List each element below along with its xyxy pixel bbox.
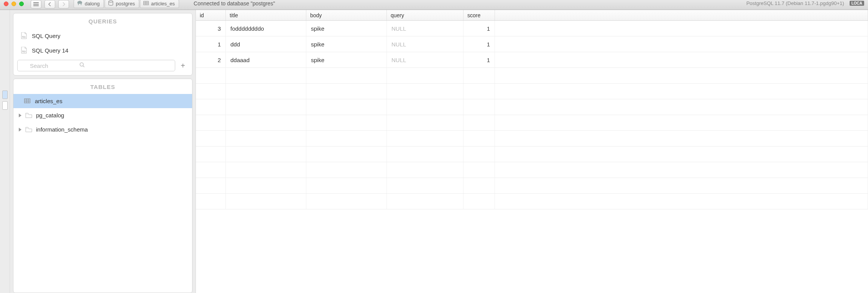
- cell[interactable]: 1: [464, 36, 495, 52]
- column-header[interactable]: id: [196, 10, 226, 20]
- breadcrumb-item[interactable]: articles_es: [140, 0, 179, 8]
- cell-empty: [464, 146, 495, 162]
- cell-empty: [226, 84, 306, 99]
- cell[interactable]: NULL: [387, 21, 464, 36]
- window-controls: [4, 2, 24, 6]
- cell-empty: [196, 84, 226, 99]
- cell-empty: [495, 115, 868, 130]
- cell-empty: [495, 146, 868, 162]
- breadcrumb-label: dalong: [85, 1, 100, 7]
- disclosure-triangle-icon[interactable]: [19, 128, 21, 132]
- chevron-left-icon: [48, 2, 52, 6]
- tables-item[interactable]: articles_es: [13, 94, 192, 108]
- tables-item[interactable]: pg_catalog: [13, 108, 192, 122]
- cell[interactable]: NULL: [387, 52, 464, 67]
- cell[interactable]: 1: [196, 36, 226, 52]
- cell-spacer: [495, 36, 868, 52]
- column-header[interactable]: title: [226, 10, 306, 20]
- table-row[interactable]: 3foddddddddospikeNULL1: [196, 21, 868, 36]
- table-row-empty: [196, 178, 868, 194]
- cell-empty: [495, 131, 868, 146]
- nav-forward-button[interactable]: [58, 0, 69, 8]
- queries-search-input[interactable]: [17, 60, 175, 71]
- minimize-window-button[interactable]: [12, 2, 16, 6]
- cell-empty: [387, 162, 464, 178]
- cell[interactable]: 2: [196, 52, 226, 67]
- table-row-empty: [196, 68, 868, 84]
- cell[interactable]: NULL: [387, 36, 464, 52]
- cell-empty: [306, 178, 387, 193]
- cell-empty: [495, 162, 868, 178]
- grid-body: 3foddddddddospikeNULL11dddspikeNULL12dda…: [196, 21, 868, 293]
- tables-item[interactable]: information_schema: [13, 122, 192, 137]
- cell-empty: [196, 178, 226, 193]
- table-label: pg_catalog: [36, 112, 64, 119]
- cell[interactable]: ddaaad: [226, 52, 306, 67]
- svg-line-12: [83, 66, 85, 67]
- table-row[interactable]: 2ddaaadspikeNULL1: [196, 52, 868, 68]
- cell[interactable]: spike: [306, 21, 387, 36]
- sql-file-icon: SQL: [20, 32, 27, 40]
- table-row-empty: [196, 84, 868, 99]
- breadcrumb-item[interactable]: dalong: [74, 0, 104, 8]
- cell[interactable]: spike: [306, 36, 387, 52]
- toolbar: dalongpostgresarticles_es Connected to d…: [0, 0, 868, 10]
- svg-rect-0: [33, 2, 39, 3]
- cell[interactable]: foddddddddo: [226, 21, 306, 36]
- sql-file-icon: SQL: [20, 46, 27, 54]
- cell[interactable]: spike: [306, 52, 387, 67]
- table-row-empty: [196, 115, 868, 131]
- cell-empty: [387, 194, 464, 209]
- tables-panel: TABLES articles_espg_cataloginformation_…: [13, 79, 192, 293]
- sidebar-toggle-button[interactable]: [31, 0, 41, 8]
- cell-empty: [306, 68, 387, 83]
- search-icon: [79, 62, 85, 69]
- connection-status: Connected to database "postgres": [194, 0, 275, 7]
- cell[interactable]: 1: [464, 21, 495, 36]
- queries-item[interactable]: SQLSQL Query 14: [13, 43, 192, 58]
- gutter-tab-inactive[interactable]: [2, 101, 8, 110]
- cell[interactable]: ddd: [226, 36, 306, 52]
- cell-empty: [464, 115, 495, 130]
- local-badge: LOCA: [850, 1, 864, 6]
- svg-point-11: [80, 63, 84, 66]
- table-row-empty: [196, 194, 868, 209]
- cell-empty: [196, 131, 226, 146]
- cell[interactable]: 1: [464, 52, 495, 67]
- close-window-button[interactable]: [4, 2, 8, 6]
- cell-empty: [226, 115, 306, 130]
- breadcrumb-label: postgres: [116, 1, 135, 7]
- queries-item[interactable]: SQLSQL Query: [13, 28, 192, 43]
- breadcrumb-item[interactable]: postgres: [105, 0, 139, 8]
- cell[interactable]: 3: [196, 21, 226, 36]
- cell-empty: [464, 99, 495, 115]
- gutter-tab-active[interactable]: [2, 91, 8, 99]
- cell-empty: [226, 146, 306, 162]
- table-row-empty: [196, 99, 868, 115]
- table-label: information_schema: [36, 126, 88, 133]
- cell-empty: [226, 68, 306, 83]
- svg-rect-4: [143, 1, 148, 5]
- sidebar: QUERIES SQLSQL QuerySQLSQL Query 14 + TA…: [10, 10, 196, 293]
- cell-empty: [464, 178, 495, 193]
- cell-empty: [226, 194, 306, 209]
- cell-empty: [387, 99, 464, 115]
- nav-back-button[interactable]: [44, 0, 55, 8]
- table-row-empty: [196, 131, 868, 146]
- add-query-button[interactable]: +: [178, 60, 188, 71]
- cell-empty: [226, 131, 306, 146]
- cell-empty: [196, 115, 226, 130]
- cell-empty: [495, 178, 868, 193]
- cell-empty: [387, 84, 464, 99]
- cell-empty: [495, 68, 868, 83]
- cell-empty: [196, 146, 226, 162]
- column-header[interactable]: score: [464, 10, 495, 20]
- plus-icon: +: [181, 61, 185, 70]
- zoom-window-button[interactable]: [19, 2, 24, 6]
- column-header[interactable]: query: [387, 10, 464, 20]
- column-header[interactable]: body: [306, 10, 387, 20]
- disclosure-triangle-icon[interactable]: [19, 114, 21, 117]
- table-row[interactable]: 1dddspikeNULL1: [196, 36, 868, 52]
- breadcrumb-label: articles_es: [151, 1, 175, 7]
- cell-spacer: [495, 21, 868, 36]
